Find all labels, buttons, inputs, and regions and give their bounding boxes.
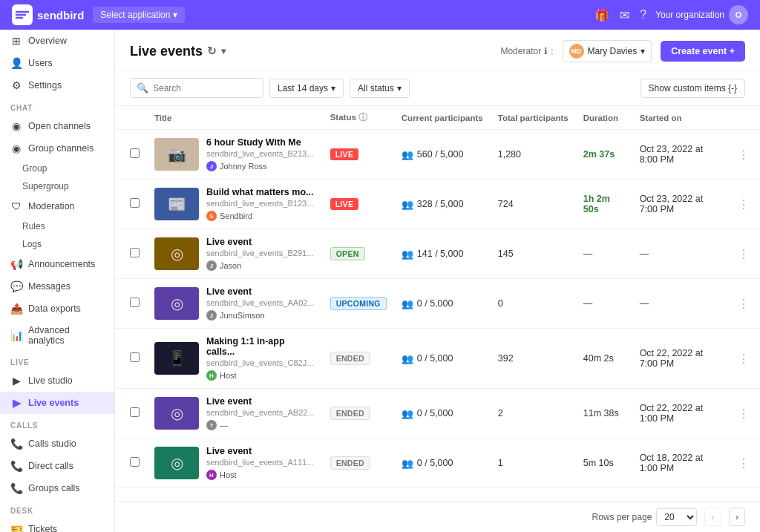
row-current-participants-cell: 👥 328 / 5,000 [394,180,491,229]
moderator-info-icon[interactable]: ℹ [544,46,548,56]
status-filter-btn[interactable]: All status ▾ [350,79,410,98]
row-total-participants-cell: 1,280 [491,130,576,180]
sidebar-item-settings[interactable]: ⚙ Settings [0,74,114,96]
moderator-selector[interactable]: MD Mary Davies ▾ [563,40,652,62]
sidebar-item-group[interactable]: Group [0,160,114,177]
row-checkbox[interactable] [130,298,140,307]
row-context-menu-btn[interactable]: ⋮ [735,295,753,313]
sidebar-item-messages[interactable]: 💬 Messages [0,275,114,298]
calls-section-label: CALLS [0,414,114,433]
sidebar-item-users[interactable]: 👤 Users [0,52,114,74]
row-checkbox[interactable] [130,457,140,467]
row-context-menu-btn[interactable]: ⋮ [735,404,753,423]
status-badge: ENDED [330,352,370,365]
sidebar-item-tickets[interactable]: 🎫 Tickets [0,518,114,532]
announcements-icon: 📢 [10,258,22,270]
participants-cell: 👥 141 / 5,000 [402,249,483,260]
row-checkbox-cell [115,439,147,488]
row-context-menu-btn[interactable]: ⋮ [735,145,753,164]
sidebar-item-live-studio[interactable]: ▶ Live studio [0,370,114,392]
duration-value: 11m 38s [583,408,619,418]
sidebar-item-supergroup[interactable]: Supergroup [0,177,114,195]
moderator-avatar: MD [569,44,584,59]
brand-logo[interactable]: sendbird [12,4,84,25]
participants-cell: 👥 0 / 5,000 [402,353,483,364]
refresh-icon[interactable]: ↻ [207,45,217,58]
prev-page-btn[interactable]: ‹ [704,508,721,526]
show-custom-items-btn[interactable]: Show custom items {-} [641,79,745,98]
events-table: Title Status ⓘ Current participants Tota… [115,106,760,488]
row-duration-cell: 5m 10s [576,439,632,488]
row-status-cell: ENDED [323,329,394,389]
gift-icon[interactable]: 🎁 [594,8,609,22]
sidebar-item-groups-calls[interactable]: 📞 Groups calls [0,477,114,499]
participants-icon: 👥 [402,149,413,160]
row-started-on-cell: Oct 18, 2022 at 1:00 PM [632,439,727,488]
sidebar-item-advanced-analytics[interactable]: 📊 Advanced analytics [0,320,114,351]
row-started-on-cell: Oct 23, 2022 at 8:00 PM [632,130,727,180]
row-duration-cell: 1h 2m 50s [576,180,632,229]
sidebar-item-announcements[interactable]: 📢 Announcements [0,253,114,275]
row-checkbox[interactable] [130,198,140,208]
event-host: J Johnny Ross [206,161,313,171]
mail-icon[interactable]: ✉ [620,8,629,22]
sidebar-item-live-events[interactable]: ▶ Live events [0,392,114,414]
row-context-menu-btn[interactable]: ⋮ [735,245,753,263]
duration-value: — [583,298,593,309]
status-badge: OPEN [330,247,365,260]
sidebar-item-open-channels[interactable]: ◉ Open channels [0,115,114,137]
participants-icon: 👥 [402,458,413,469]
row-menu-cell: ⋮ [727,279,760,329]
host-name: Jason [220,261,241,270]
current-participants-value: 0 / 5,000 [417,298,453,309]
row-context-menu-btn[interactable]: ⋮ [735,349,753,368]
rows-per-page-select[interactable]: 20 50 100 [656,508,697,526]
sidebar-item-data-exports[interactable]: 📤 Data exports [0,298,114,320]
search-box[interactable]: 🔍 [130,78,263,98]
host-name: JunuSimson [220,311,265,320]
row-context-menu-btn[interactable]: ⋮ [735,454,753,473]
sidebar-item-moderation[interactable]: 🛡 Moderation [0,195,114,217]
participants-icon: 👥 [402,298,413,309]
current-participants-value: 141 / 5,000 [417,249,464,259]
event-info: Live event sendbird_live_events_AB22... … [206,396,315,430]
overview-icon: ⊞ [10,35,22,47]
next-page-btn[interactable]: › [729,508,745,526]
event-info: Live event sendbird_live_events_B291... … [206,237,313,271]
sidebar-item-direct-calls[interactable]: 📞 Direct calls [0,455,114,477]
event-name: Live event [206,446,313,456]
row-context-menu-btn[interactable]: ⋮ [735,195,753,214]
sidebar-item-rules[interactable]: Rules [0,217,114,235]
row-checkbox[interactable] [130,148,140,158]
col-duration: Duration [576,106,632,130]
row-checkbox[interactable] [130,352,140,362]
sidebar-item-overview[interactable]: ⊞ Overview [0,30,114,52]
table-row: 📰 Build what matters mo... sendbird_live… [115,180,760,229]
event-cell: ◎ Live event sendbird_live_events_A111..… [154,446,315,480]
participants-cell: 👥 328 / 5,000 [402,199,483,210]
row-menu-cell: ⋮ [727,229,760,279]
create-event-button[interactable]: Create event + [661,41,745,62]
date-filter-btn[interactable]: Last 14 days ▾ [269,79,344,98]
search-input[interactable] [153,83,257,93]
status-badge: ENDED [330,407,370,420]
event-host: J Jason [206,260,313,271]
participants-cell: 👥 0 / 5,000 [402,408,483,419]
live-studio-icon: ▶ [10,375,22,387]
sidebar-item-calls-studio[interactable]: 📞 Calls studio [0,433,114,455]
row-checkbox[interactable] [130,248,140,257]
duration-value: — [583,249,593,259]
row-total-participants-cell: 2 [491,389,576,439]
row-checkbox[interactable] [130,407,140,417]
row-total-participants-cell: 145 [491,229,576,279]
app-selector-btn[interactable]: Select application ▾ [93,7,185,23]
help-icon[interactable]: ? [640,8,646,22]
title-caret-icon[interactable]: ▾ [221,46,226,56]
sidebar-item-group-channels[interactable]: ◉ Group channels [0,137,114,160]
sidebar-item-logs[interactable]: Logs [0,235,114,253]
status-filter-caret: ▾ [397,83,402,93]
event-cell: ◎ Live event sendbird_live_events_AA02..… [154,286,315,321]
host-avatar: J [206,310,217,321]
group-channels-icon: ◉ [10,142,22,154]
org-selector[interactable]: Your organization O [655,5,748,24]
